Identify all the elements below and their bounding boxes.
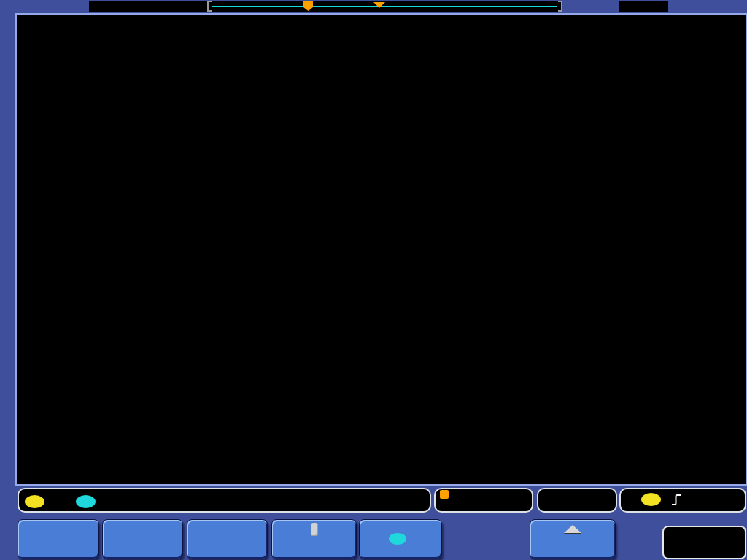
topbar-spacer-right — [619, 1, 668, 12]
more-up-arrow-icon — [564, 525, 581, 533]
record-view-bar[interactable] — [207, 1, 562, 12]
record-view-trigger-flag[interactable] — [303, 1, 313, 11]
channel-1-badge — [25, 495, 44, 508]
top-status-bar — [0, 0, 747, 13]
coupling-title — [18, 520, 98, 522]
datetime-display — [662, 526, 746, 559]
bandwidth-button[interactable] — [271, 519, 357, 559]
channel-scale-readout — [18, 488, 431, 513]
trigger-source-badge — [641, 493, 661, 506]
record-view-right-bracket[interactable] — [558, 1, 562, 12]
oscilloscope-screen — [0, 0, 747, 560]
coupling-button[interactable] — [18, 519, 99, 559]
delay-trigger-icon — [440, 490, 449, 499]
termination-title — [103, 520, 182, 522]
record-view-expansion-triangle — [374, 2, 385, 8]
channel-label-button[interactable] — [359, 519, 442, 559]
invert-button[interactable] — [187, 519, 268, 559]
trigger-readout — [619, 488, 746, 513]
bandwidth-value[interactable] — [311, 523, 318, 536]
topbar-spacer-left — [89, 1, 207, 12]
rising-edge-icon — [671, 494, 681, 506]
channel-2-badge — [76, 495, 96, 508]
waveform-display — [0, 0, 747, 487]
termination-button[interactable] — [102, 519, 183, 559]
label-channel-badge — [389, 533, 406, 545]
trigger-delay-readout — [436, 490, 532, 499]
invert-title — [187, 520, 267, 522]
more-button[interactable] — [530, 519, 616, 559]
acquisition-readout — [537, 488, 617, 513]
graticule-border — [16, 14, 746, 485]
horizontal-readout — [434, 488, 533, 513]
bandwidth-title — [272, 520, 356, 522]
record-view-left-bracket[interactable] — [207, 1, 212, 12]
